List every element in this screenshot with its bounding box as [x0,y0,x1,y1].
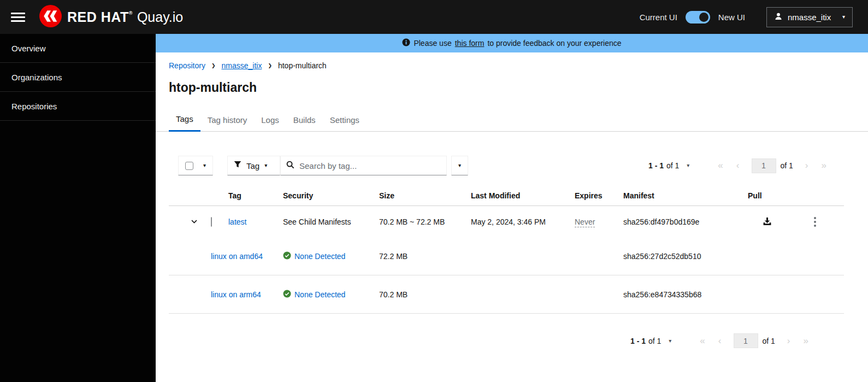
security-scan-link[interactable]: None Detected [294,290,345,299]
page-number-input[interactable]: 1 [752,158,776,173]
brand-redhat-text: RED HAT® [67,9,133,25]
page-count-label: of 1 [781,161,793,170]
next-page-button[interactable]: › [781,336,797,346]
search-input[interactable] [299,161,441,171]
top-bar: RED HAT® Quay.io Current UI New UI nmass… [0,0,868,34]
hamburger-menu-icon[interactable] [11,13,25,22]
caret-down-icon: ▾ [842,14,845,20]
brand[interactable]: RED HAT® Quay.io [39,5,183,30]
per-page-dropdown[interactable]: 1 - 1 of 1 ▾ [630,337,671,345]
filter-type-label: Tag [246,161,259,171]
user-menu[interactable]: nmasse_itix ▾ [766,7,853,27]
page-title: htop-multiarch [169,80,868,95]
caret-down-icon: ▾ [203,163,206,168]
column-header-last-modified: Last Modified [471,191,575,200]
breadcrumb-separator-icon: ❯ [268,63,272,68]
size-cell: 70.2 MB [379,290,471,299]
first-page-button[interactable]: « [693,336,711,346]
tab-tag-history[interactable]: Tag history [200,109,255,132]
security-scan-link[interactable]: None Detected [294,252,345,261]
pagination-nav: « ‹ 1 of 1 › » [693,333,815,348]
table-row: latest See Child Manifests 70.2 MB ~ 72.… [169,206,844,237]
expires-cell[interactable]: Never [575,218,595,227]
sidebar-item-organizations[interactable]: Organizations [0,63,156,92]
table-row: linux on amd64 None Detected 72.2 MB sha… [169,237,844,275]
pagination-range-total: of 1 [666,161,679,170]
banner-text-after: to provide feedback on your experience [487,39,621,48]
child-tag-link[interactable]: linux on amd64 [211,252,263,261]
redhat-logo-icon [39,5,62,30]
size-cell: 72.2 MB [379,252,471,261]
caret-down-icon: ▾ [264,163,267,168]
column-header-manifest: Manifest [623,191,748,200]
caret-down-icon: ▾ [669,338,671,344]
column-header-tag: Tag [228,191,283,200]
breadcrumb-repository[interactable]: Repository [169,61,205,70]
manifest-cell: sha256:df497b0d169e [623,218,748,226]
current-ui-label: Current UI [640,13,677,22]
column-header-security: Security [283,191,379,200]
kebab-menu-icon[interactable] [810,215,820,229]
last-page-button[interactable]: » [815,160,833,171]
user-icon [774,12,783,22]
size-cell: 70.2 MB ~ 72.2 MB [379,218,471,226]
child-tag-link[interactable]: linux on arm64 [211,290,261,299]
new-ui-label: New UI [718,13,745,22]
tab-settings[interactable]: Settings [323,109,367,132]
pagination-bottom: 1 - 1 of 1 ▾ « ‹ 1 of 1 › » [169,333,844,348]
pagination-range: 1 - 1 [630,337,646,345]
sidebar-item-repositories[interactable]: Repositories [0,92,156,121]
username: nmasse_itix [788,13,831,22]
tag-link[interactable]: latest [228,218,246,226]
ui-version-toggle[interactable] [686,11,710,23]
pagination-range-total: of 1 [648,337,661,345]
search-icon [286,161,294,171]
column-header-size: Size [379,191,471,200]
row-checkbox[interactable] [211,217,212,227]
pagination-top: 1 - 1 of 1 ▾ « ‹ 1 of 1 › » [648,158,833,173]
breadcrumb-separator-icon: ❯ [211,63,216,68]
last-page-button[interactable]: » [797,336,815,346]
pagination-nav: « ‹ 1 of 1 › » [711,158,833,173]
next-page-button[interactable]: › [799,160,815,171]
table-header-row: Tag Security Size Last Modified Expires … [169,185,844,206]
collapse-row-chevron-icon[interactable] [191,218,198,225]
feedback-banner: Please use this form to provide feedback… [156,34,868,52]
topbar-right: Current UI New UI nmasse_itix ▾ [640,7,853,27]
repo-tabs: Tags Tag history Logs Builds Settings [156,109,868,132]
manifest-cell: sha256:27d2c52db510 [623,252,748,261]
search-box [280,156,447,175]
filter-group: Tag ▾ [227,156,447,175]
table-row: linux on arm64 None Detected 70.2 MB sha… [169,275,844,314]
last-modified-cell: May 2, 2024, 3:46 PM [471,218,575,226]
select-all-checkbox[interactable] [185,162,193,170]
download-icon[interactable] [763,217,772,226]
per-page-dropdown[interactable]: 1 - 1 of 1 ▾ [648,161,689,170]
registered-mark: ® [129,10,133,16]
page-number-input[interactable]: 1 [734,333,758,348]
expand-rows-dropdown[interactable]: ▾ [451,156,468,175]
column-header-pull: Pull [748,191,786,200]
filter-icon [234,161,241,171]
first-page-button[interactable]: « [711,160,729,171]
caret-down-icon: ▾ [687,163,689,168]
tags-toolbar: ▾ Tag ▾ ▾ [178,156,833,175]
tags-table: Tag Security Size Last Modified Expires … [169,185,844,314]
filter-type-dropdown[interactable]: Tag ▾ [227,156,280,175]
tab-logs[interactable]: Logs [254,109,286,132]
main-area: Please use this form to provide feedback… [156,34,868,382]
bulk-select-dropdown[interactable]: ▾ [178,156,213,175]
sidebar-item-overview[interactable]: Overview [0,34,156,63]
tab-tags[interactable]: Tags [169,109,200,132]
breadcrumb: Repository ❯ nmasse_itix ❯ htop-multiarc… [169,61,868,70]
breadcrumb-current: htop-multiarch [278,61,327,70]
breadcrumb-namespace[interactable]: nmasse_itix [221,61,262,70]
prev-page-button[interactable]: ‹ [712,336,728,346]
feedback-form-link[interactable]: this form [455,39,485,48]
security-pass-icon [283,251,291,261]
info-icon [402,38,410,48]
prev-page-button[interactable]: ‹ [730,160,746,171]
banner-text-before: Please use [414,39,451,48]
page-count-label: of 1 [763,337,775,345]
tab-builds[interactable]: Builds [286,109,323,132]
